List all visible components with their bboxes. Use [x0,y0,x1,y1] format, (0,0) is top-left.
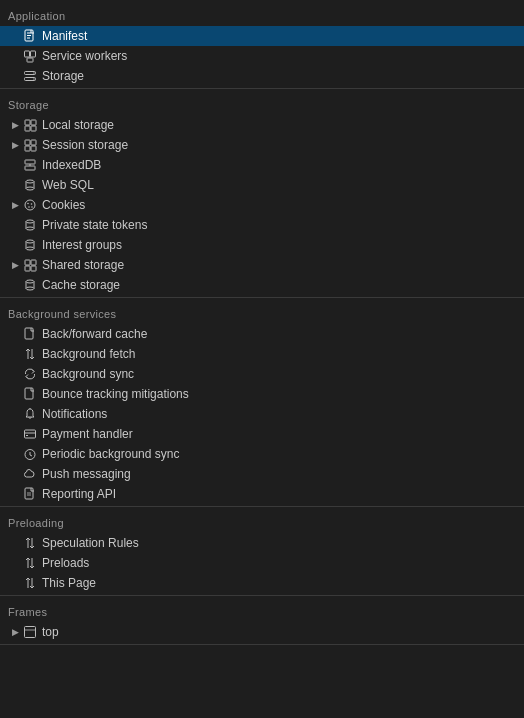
payment-icon [22,426,38,442]
svg-rect-59 [25,488,33,499]
shared-storage-label: Shared storage [42,258,520,272]
svg-point-28 [27,203,29,205]
manifest-item[interactable]: Manifest [0,26,524,46]
private-state-tokens-label: Private state tokens [42,218,520,232]
expand-arrow[interactable]: ▶ [8,140,22,150]
grid-icon [22,117,38,133]
service-workers-item[interactable]: Service workers [0,46,524,66]
preloading-section: Preloading Speculation Rules Preloads [0,507,524,596]
frame-icon [22,624,38,640]
svg-rect-13 [31,120,36,125]
svg-point-35 [26,227,34,230]
cylinder-icon [22,237,38,253]
svg-rect-12 [25,120,30,125]
indexeddb-item[interactable]: IndexedDB [0,155,524,175]
arrows-ud-icon [22,575,38,591]
svg-rect-40 [25,260,30,265]
periodic-background-sync-item[interactable]: Periodic background sync [0,444,524,464]
svg-rect-14 [25,126,30,131]
local-storage-item[interactable]: ▶ Local storage [0,115,524,135]
doc-icon [22,28,38,44]
arrows-ud-icon [22,555,38,571]
svg-rect-53 [25,430,36,438]
preloads-label: Preloads [42,556,520,570]
storage-section-header: Storage [0,95,524,115]
arrows-ud-icon [22,535,38,551]
session-storage-item[interactable]: ▶ Session storage [0,135,524,155]
background-services-section: Background services Back/forward cache B… [0,298,524,507]
cloud-icon [22,466,38,482]
svg-point-30 [28,206,30,208]
cylinder-icon [22,277,38,293]
reporting-api-item[interactable]: Reporting API [0,484,524,504]
preloads-item[interactable]: Preloads [0,553,524,573]
svg-rect-41 [31,260,36,265]
indexeddb-icon [22,157,38,173]
svg-rect-15 [31,126,36,131]
notifications-item[interactable]: Notifications [0,404,524,424]
expand-arrow[interactable]: ▶ [8,200,22,210]
back-forward-cache-item[interactable]: Back/forward cache [0,324,524,344]
payment-handler-label: Payment handler [42,427,520,441]
frames-section: Frames ▶ top [0,596,524,645]
top-frame-item[interactable]: ▶ top [0,622,524,642]
this-page-label: This Page [42,576,520,590]
speculation-rules-item[interactable]: Speculation Rules [0,533,524,553]
cylinder-icon [22,177,38,193]
svg-rect-68 [25,627,36,638]
grid-icon [22,137,38,153]
expand-arrow[interactable]: ▶ [8,120,22,130]
web-sql-item[interactable]: Web SQL [0,175,524,195]
background-services-header: Background services [0,304,524,324]
this-page-item[interactable]: This Page [0,573,524,593]
svg-rect-48 [25,328,33,339]
doc-icon [22,386,38,402]
svg-rect-19 [31,146,36,151]
cookie-icon [22,197,38,213]
push-messaging-label: Push messaging [42,467,520,481]
svg-point-10 [33,72,34,73]
svg-rect-18 [25,146,30,151]
service-workers-label: Service workers [42,49,520,63]
speculation-rules-label: Speculation Rules [42,536,520,550]
grid-icon [22,257,38,273]
svg-rect-20 [25,160,35,164]
svg-point-11 [33,78,34,79]
cookies-label: Cookies [42,198,520,212]
storage-item[interactable]: Storage [0,66,524,86]
reporting-api-label: Reporting API [42,487,520,501]
cookies-item[interactable]: ▶ Cookies [0,195,524,215]
back-forward-cache-label: Back/forward cache [42,327,520,341]
svg-rect-16 [25,140,30,145]
shared-storage-item[interactable]: ▶ Shared storage [0,255,524,275]
expand-arrow[interactable]: ▶ [8,260,22,270]
cache-storage-item[interactable]: Cache storage [0,275,524,295]
bell-icon [22,406,38,422]
service-worker-icon [22,48,38,64]
svg-point-32 [26,220,34,223]
clock-icon [22,446,38,462]
push-messaging-item[interactable]: Push messaging [0,464,524,484]
svg-rect-42 [25,266,30,271]
bounce-tracking-label: Bounce tracking mitigations [42,387,520,401]
background-sync-item[interactable]: Background sync [0,364,524,384]
application-section: Application Manifest Service workers [0,0,524,89]
expand-arrow[interactable]: ▶ [8,627,22,637]
svg-point-29 [31,203,33,205]
background-fetch-item[interactable]: Background fetch [0,344,524,364]
svg-rect-21 [25,166,35,170]
svg-rect-6 [27,58,33,62]
doc-icon [22,486,38,502]
private-state-tokens-item[interactable]: Private state tokens [0,215,524,235]
svg-rect-17 [31,140,36,145]
svg-rect-4 [25,51,30,57]
top-frame-label: top [42,625,520,639]
storage-icon [22,68,38,84]
svg-point-47 [26,287,34,290]
payment-handler-item[interactable]: Payment handler [0,424,524,444]
interest-groups-item[interactable]: Interest groups [0,235,524,255]
bounce-tracking-item[interactable]: Bounce tracking mitigations [0,384,524,404]
notifications-label: Notifications [42,407,520,421]
svg-rect-51 [25,388,33,399]
svg-point-44 [26,280,34,283]
